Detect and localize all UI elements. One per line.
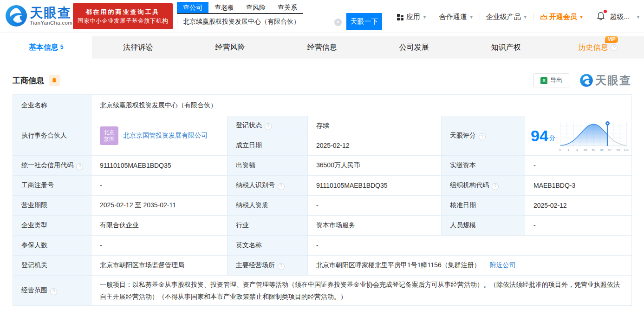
partner-company-link[interactable]: 北京京国管投资发展有限公司 <box>123 132 208 140</box>
menu-account[interactable]: 超级... ▼ <box>610 13 640 21</box>
site-logo[interactable]: 天眼查 TianYanCha.com <box>5 4 72 27</box>
menu-cooperation[interactable]: 合作通道 ▼ <box>439 13 474 21</box>
business-scope-value: 一般项目：以私募基金从事股权投资、投资管理、资产管理等活动（须在中国证券投资基金… <box>91 276 632 306</box>
establish-date-label: 成立日期 <box>228 136 308 156</box>
menu-apps[interactable]: 应用 ▼ <box>397 13 427 21</box>
tab-legal-proceedings[interactable]: 法律诉讼 <box>92 36 184 59</box>
capital-label: 出资额 <box>228 156 308 176</box>
header: 天眼查 TianYanCha.com 都在用的商业查询工具 国家中小企业发展子基… <box>0 0 644 33</box>
help-icon[interactable] <box>76 163 83 170</box>
help-icon[interactable] <box>611 44 618 51</box>
apps-grid-icon <box>397 14 403 20</box>
svg-text:99: 99 <box>616 148 620 152</box>
tab-basic-info[interactable]: 基本信息 5 <box>0 36 92 59</box>
vip-badge: VIP <box>605 36 618 43</box>
chevron-down-icon: ▼ <box>636 15 640 20</box>
table-row: 参保人数 - 英文名称 - <box>13 236 632 256</box>
reg-status-value: 存续 <box>308 116 442 136</box>
notification-bell-icon[interactable] <box>596 11 605 23</box>
search-tabs: 查公司 查老板 查风险 查关系 <box>177 2 303 14</box>
search-tab-risk[interactable]: 查风险 <box>240 2 272 13</box>
credit-code-label-text: 统一社会信用代码 <box>21 161 73 169</box>
score-value: 94 分 <box>525 116 632 156</box>
partner-avatar[interactable]: 北京京国 <box>100 126 118 145</box>
help-icon[interactable] <box>50 288 57 295</box>
table-row: 企业名称 北京续赢股权投资发展中心（有限合伙） <box>13 95 632 116</box>
credit-code-label: 统一社会信用代码 <box>13 156 91 176</box>
approval-date-value: 2025-02-12 <box>525 196 632 216</box>
taxpayer-id-label-text: 纳税人识别号 <box>236 181 275 189</box>
monitor-bell-icon[interactable] <box>49 75 60 86</box>
promo-banner-line1: 都在用的商业查询工具 <box>86 7 160 17</box>
table-row: 工商注册号 - 纳税人识别号 91110105MAEB1BDQ35 组织机构代码… <box>13 176 632 196</box>
excel-icon: X <box>540 77 547 84</box>
tab-history-info[interactable]: 历史信息 VIP <box>552 36 644 59</box>
score-label-text: 天眼评分 <box>450 132 476 139</box>
svg-text:100: 100 <box>624 148 629 152</box>
chevron-down-icon: ▼ <box>469 15 474 20</box>
reg-authority-value: 北京市朝阳区市场监督管理局 <box>91 256 228 276</box>
tab-basic-info-label: 基本信息 <box>29 43 59 53</box>
tab-operation-info[interactable]: 经营信息 <box>276 36 368 59</box>
credit-code-value: 91110105MAEB1BDQ35 <box>91 156 228 176</box>
tab-basic-info-count: 5 <box>60 44 64 50</box>
tab-operation-risk[interactable]: 经营风险 <box>184 36 276 59</box>
help-icon[interactable] <box>278 263 285 270</box>
company-nav-tabs: 基本信息 5 法律诉讼 经营风险 经营信息 公司发展 知识产权 历史信息 VIP <box>0 36 644 59</box>
menu-enterprise[interactable]: 企业级产品 ▼ <box>486 13 527 21</box>
score-unit: 分 <box>549 134 555 142</box>
section-title: 工商信息 <box>13 75 44 86</box>
score-label: 天眼评分 <box>442 116 525 156</box>
reg-number-value: - <box>91 176 228 196</box>
business-address-text: 北京市朝阳区呼家楼北里平房甲1号1幢1156（集群注册） <box>316 261 481 269</box>
business-address-label: 主要经营场所 <box>228 256 308 276</box>
business-info-table: 企业名称 北京续赢股权投资发展中心（有限合伙） 执行事务合伙人 北京京国 北京京… <box>13 94 632 306</box>
site-logo-name: 天眼查 <box>30 6 72 20</box>
nearby-companies-link[interactable]: 附近公司 <box>490 261 516 269</box>
help-icon[interactable] <box>492 183 499 190</box>
search-button[interactable]: 天眼一下 <box>346 13 382 30</box>
search-area: 查公司 查老板 查风险 查关系 ✕ 天眼一下 <box>177 2 382 30</box>
org-code-label-text: 组织机构代码 <box>450 181 489 189</box>
business-info-section-head: 工商信息 X 导出 天眼查 <box>0 73 644 88</box>
paid-capital-value: - <box>525 156 632 176</box>
business-term-value: 2025-02-12 至 2035-02-11 <box>91 196 228 216</box>
company-name-label: 企业名称 <box>13 95 91 116</box>
svg-text:85: 85 <box>600 148 604 152</box>
clear-search-icon[interactable]: ✕ <box>334 19 342 26</box>
svg-text:50: 50 <box>592 148 595 152</box>
help-icon[interactable] <box>278 183 285 190</box>
help-icon[interactable] <box>265 123 272 130</box>
business-scope-label-text: 经营范围 <box>21 286 47 294</box>
search-tab-relation[interactable]: 查关系 <box>272 2 303 13</box>
tab-operation-info-label: 经营信息 <box>307 43 337 53</box>
menu-account-label: 超级... <box>610 13 630 21</box>
menu-divider <box>590 13 590 20</box>
search-input[interactable] <box>177 14 346 30</box>
watermark-logo: 天眼查 <box>579 73 631 88</box>
menu-open-vip[interactable]: 开通会员 ▼ <box>540 13 584 21</box>
site-logo-domain: TianYanCha.com <box>30 20 72 26</box>
menu-open-vip-label: 开通会员 <box>549 13 577 21</box>
tab-legal-proceedings-label: 法律诉讼 <box>123 43 153 53</box>
tianyancha-swirl-icon <box>579 73 593 87</box>
taxpayer-quality-value: - <box>308 196 442 216</box>
table-row: 经营范围 一般项目：以私募基金从事股权投资、投资管理、资产管理等活动（须在中国证… <box>13 276 632 306</box>
insured-count-label: 参保人数 <box>13 236 91 256</box>
english-name-label: 英文名称 <box>228 236 308 256</box>
search-tab-company[interactable]: 查公司 <box>177 2 208 13</box>
promo-banner: 都在用的商业查询工具 国家中小企业发展子基金旗下机构 <box>73 3 173 29</box>
search-tab-boss[interactable]: 查老板 <box>208 2 240 13</box>
business-address-value: 北京市朝阳区呼家楼北里平房甲1号1幢1156（集群注册） 附近公司 <box>308 256 632 276</box>
tab-company-development-label: 公司发展 <box>399 43 429 53</box>
taxpayer-id-value: 91110105MAEB1BDQ35 <box>308 176 442 196</box>
score-number: 94 <box>531 128 548 144</box>
partner-avatar-text: 北京京国 <box>103 129 115 142</box>
watermark-logo-text: 天眼查 <box>595 73 631 88</box>
tab-intellectual-property[interactable]: 知识产权 <box>460 36 552 59</box>
export-button[interactable]: X 导出 <box>533 73 569 87</box>
tab-intellectual-property-label: 知识产权 <box>491 43 521 53</box>
menu-cooperation-label: 合作通道 <box>439 13 467 21</box>
help-icon[interactable] <box>479 133 486 140</box>
tab-company-development[interactable]: 公司发展 <box>368 36 460 59</box>
